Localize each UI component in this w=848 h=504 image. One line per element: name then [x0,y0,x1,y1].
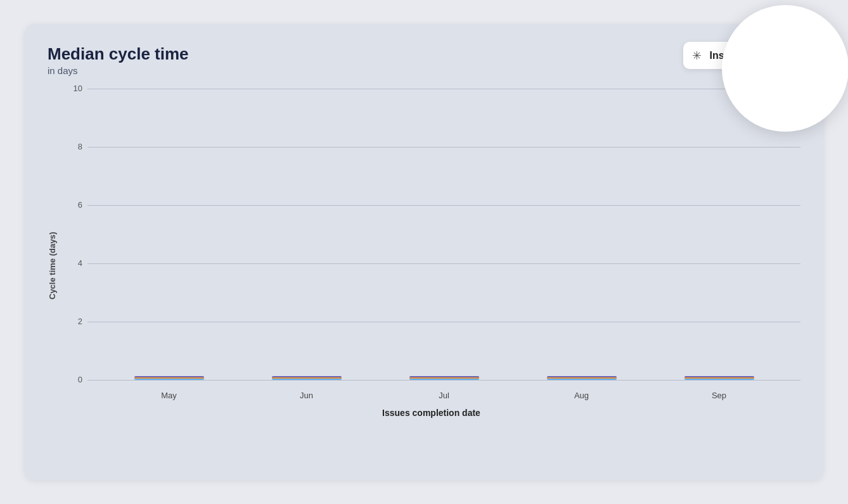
chart-inner: Cycle time (days) 0246810 MayJunJulAugSe… [48,89,800,418]
toolbar: ✳ Insights ··· [683,42,803,69]
plot-area: 0246810 MayJunJulAugSep Issues completio… [62,89,800,418]
bar-segment-orange [134,377,204,379]
bar-group [541,376,623,380]
refresh-button[interactable] [756,47,773,64]
x-labels: MayJunJulAugSep [87,391,800,400]
bar-stack [409,376,479,380]
bar-stack [547,376,617,380]
bar-stack [684,376,754,380]
bar-group [266,376,348,380]
bar-segment-orange [409,377,479,379]
y-axis-label: Cycle time (days) [48,89,57,418]
chart-area: Cycle time (days) 0246810 MayJunJulAugSe… [48,89,800,418]
bar-segment-bug [684,379,754,380]
bar-segment-bug [409,379,479,380]
y-tick-label: 4 [78,258,82,268]
bar-stack [134,376,204,380]
y-tick-label: 0 [78,375,82,384]
bar-stack [272,376,342,380]
bar-group [678,376,761,380]
y-tick-label: 8 [78,142,82,151]
x-label: Jul [403,391,485,400]
x-label: Jun [266,391,348,400]
y-tick-label: 10 [74,84,82,93]
bar-segment-bug [272,379,342,380]
y-tick-label: 6 [78,200,82,210]
bar-group [128,376,210,380]
chart-card: Median cycle time in days ✳ Insights ···… [25,24,823,480]
x-label: Sep [678,391,761,400]
y-tick-label: 2 [78,317,82,326]
bars-container [87,89,800,380]
bar-segment-purple [272,376,342,377]
bar-segment-purple [684,376,754,377]
bar-group [403,376,485,380]
bar-segment-bug [134,379,204,380]
more-options-button[interactable]: ··· [776,47,794,63]
bar-segment-orange [272,377,342,379]
bar-segment-purple [134,376,204,377]
insights-icon: ✳ [692,49,702,63]
bar-segment-orange [547,377,617,379]
x-axis-title: Issues completion date [62,408,800,418]
x-label: May [128,391,210,400]
x-label: Aug [541,391,623,400]
bar-segment-purple [409,376,479,377]
grid-line [87,380,800,381]
bar-segment-purple [547,376,617,377]
bar-segment-bug [547,379,617,380]
bar-segment-orange [684,377,754,379]
toolbar-label: Insights [709,50,748,61]
